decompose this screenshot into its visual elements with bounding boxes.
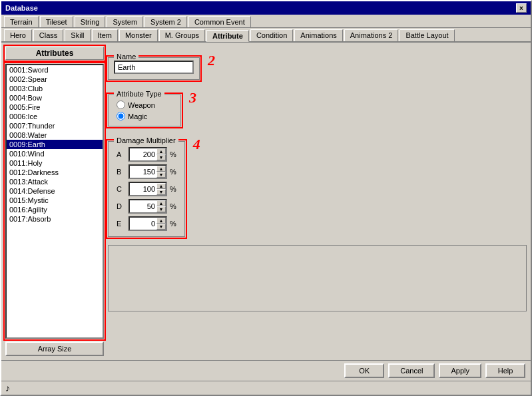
spin-up-d[interactable]: ▲ <box>156 200 166 206</box>
tab-tileset[interactable]: Tileset <box>40 16 73 27</box>
empty-panel <box>108 245 527 311</box>
list-item[interactable]: 0011:Holy <box>7 158 103 168</box>
help-button[interactable]: Help <box>485 363 525 378</box>
list-item[interactable]: 0008:Water <box>7 130 103 140</box>
tab-attribute[interactable]: Attribute <box>206 30 249 42</box>
spin-up-e[interactable]: ▲ <box>156 218 166 224</box>
dm-row-e: E▲▼% <box>117 216 176 231</box>
list-item[interactable]: 0013:Attack <box>7 177 103 186</box>
title-bar: Database × <box>1 1 531 15</box>
dm-row-d: D▲▼% <box>117 199 176 214</box>
tab-row-1: TerrainTilesetStringSystemSystem 2Common… <box>1 15 531 28</box>
damage-multiplier-group: Damage Multiplier A▲▼%B▲▼%C▲▼%D▲▼%E▲▼% <box>108 141 185 237</box>
tab-class[interactable]: Class <box>33 29 64 41</box>
database-window: Database × TerrainTilesetStringSystemSys… <box>0 0 532 396</box>
tab-animations-2[interactable]: Animations 2 <box>344 29 399 41</box>
annotation-2: 2 <box>208 52 215 69</box>
spin-down-c[interactable]: ▼ <box>156 189 166 195</box>
radio-row-magic: Magic <box>117 112 172 120</box>
dm-letter-c: C <box>117 185 126 193</box>
radio-row-weapon: Weapon <box>117 100 172 109</box>
radio-weapon[interactable] <box>117 100 125 109</box>
percent-label-b: % <box>170 168 176 176</box>
percent-label-d: % <box>170 202 176 210</box>
tab-condition[interactable]: Condition <box>250 29 293 41</box>
list-item[interactable]: 0005:Fire <box>7 102 103 112</box>
music-icon: ♪ <box>5 383 10 393</box>
spin-input-e[interactable] <box>130 219 156 228</box>
dm-row-a: A▲▼% <box>117 147 176 162</box>
list-item[interactable]: 0010:Wind <box>7 149 103 158</box>
list-item[interactable]: 0009:Earth <box>7 140 103 149</box>
spin-down-a[interactable]: ▼ <box>156 154 166 160</box>
spin-container-a: ▲▼ <box>129 147 167 162</box>
list-item[interactable]: 0014:Defense <box>7 186 103 196</box>
tab-row-2: HeroClassSkillItemMonsterM. GroupsAttrib… <box>1 28 531 43</box>
spin-input-a[interactable] <box>130 150 156 159</box>
list-item[interactable]: 0004:Bow <box>7 93 103 102</box>
list-item[interactable]: 0007:Thunder <box>7 121 103 130</box>
tab-monster[interactable]: Monster <box>119 29 158 41</box>
apply-button[interactable]: Apply <box>439 363 481 378</box>
list-item[interactable]: 0015:Mystic <box>7 196 103 205</box>
attribute-type-group: Attribute Type WeaponMagic <box>108 95 181 126</box>
spin-input-b[interactable] <box>130 167 156 176</box>
tab-m.-groups[interactable]: M. Groups <box>159 29 205 41</box>
annotation-3: 3 <box>189 89 196 106</box>
tab-animations[interactable]: Animations <box>294 29 342 41</box>
right-panel: Name 2 Attribute Type WeaponMagic <box>108 47 527 356</box>
button-row: OK Cancel Apply Help <box>1 360 531 381</box>
dm-letter-b: B <box>117 168 126 176</box>
list-item[interactable]: 0012:Darkness <box>7 168 103 177</box>
cancel-button[interactable]: Cancel <box>388 363 435 378</box>
tab-terrain[interactable]: Terrain <box>4 16 39 27</box>
spin-input-d[interactable] <box>130 202 156 211</box>
tab-battle-layout[interactable]: Battle Layout <box>399 29 454 41</box>
tab-system-2[interactable]: System 2 <box>144 16 187 27</box>
spin-container-e: ▲▼ <box>129 216 167 231</box>
ok-button[interactable]: OK <box>344 363 384 378</box>
spin-up-a[interactable]: ▲ <box>156 148 166 154</box>
left-panel: Attributes 0001:Sword0002:Spear0003:Club… <box>5 47 104 356</box>
spin-down-d[interactable]: ▼ <box>156 206 166 212</box>
close-button[interactable]: × <box>516 3 527 13</box>
tab-item[interactable]: Item <box>92 29 118 41</box>
name-input[interactable] <box>114 61 194 74</box>
window-title: Database <box>5 4 38 12</box>
tab-hero[interactable]: Hero <box>4 29 32 41</box>
tab-skill[interactable]: Skill <box>65 29 90 41</box>
dm-row-c: C▲▼% <box>117 182 176 196</box>
percent-label-c: % <box>170 185 176 193</box>
percent-label-e: % <box>170 220 176 228</box>
name-group: Name <box>108 57 200 80</box>
spin-up-c[interactable]: ▲ <box>156 183 166 189</box>
percent-label-a: % <box>170 150 176 158</box>
attribute-type-label: Attribute Type <box>114 90 164 98</box>
list-item[interactable]: 0003:Club <box>7 84 103 93</box>
list-item[interactable]: 0016:Agility <box>7 205 103 214</box>
list-item[interactable]: 0006:Ice <box>7 112 103 121</box>
spin-down-e[interactable]: ▼ <box>156 224 166 230</box>
tab-common-event[interactable]: Common Event <box>188 16 251 27</box>
list-item[interactable]: 0002:Spear <box>7 75 103 84</box>
annotation-4: 4 <box>193 136 200 153</box>
array-size-button[interactable]: Array Size <box>5 341 104 356</box>
spin-up-b[interactable]: ▲ <box>156 166 166 172</box>
dm-letter-a: A <box>117 150 126 158</box>
status-bar: ♪ <box>1 381 531 395</box>
spin-down-b[interactable]: ▼ <box>156 172 166 178</box>
list-item[interactable]: 0017:Absorb <box>7 214 103 224</box>
radio-label-weapon: Weapon <box>128 101 155 109</box>
spin-input-c[interactable] <box>130 184 156 194</box>
radio-label-magic: Magic <box>128 112 147 120</box>
tab-system[interactable]: System <box>107 16 143 27</box>
radio-magic[interactable] <box>117 112 125 120</box>
spin-container-c: ▲▼ <box>129 182 167 196</box>
list-item[interactable]: 0001:Sword <box>7 65 103 75</box>
name-group-label: Name <box>114 53 138 61</box>
attributes-list[interactable]: 0001:Sword0002:Spear0003:Club0004:Bow000… <box>5 64 104 339</box>
damage-multiplier-rows: A▲▼%B▲▼%C▲▼%D▲▼%E▲▼% <box>117 147 176 231</box>
spin-container-b: ▲▼ <box>129 164 167 179</box>
tab-string[interactable]: String <box>75 16 106 27</box>
damage-multiplier-label: Damage Multiplier <box>114 136 178 144</box>
